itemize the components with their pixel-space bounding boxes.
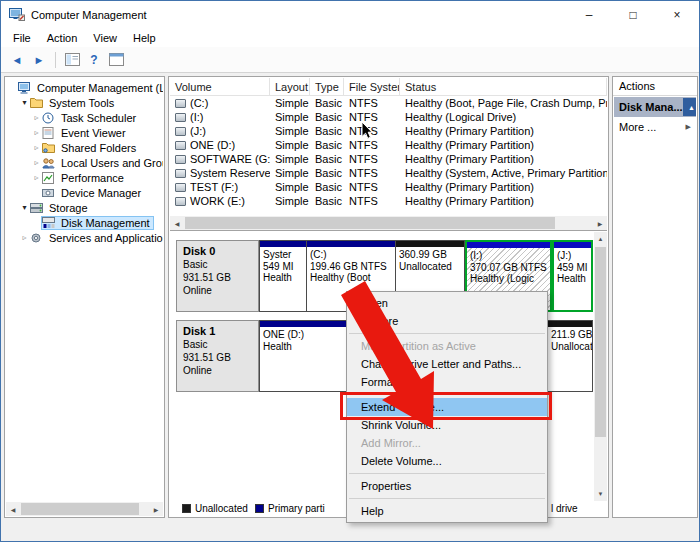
scroll-left-icon[interactable]: ◀: [6, 502, 20, 516]
column-header-type[interactable]: Type: [310, 78, 344, 95]
partition-system-reserved[interactable]: Syster 549 MI Health: [259, 240, 307, 312]
toolbar-separator: [55, 52, 56, 68]
menu-item-delete-volume[interactable]: Delete Volume...: [347, 452, 547, 470]
tree-item-label: Event Viewer: [58, 127, 129, 139]
volume-row[interactable]: (J:) Simple Basic NTFS Healthy (Primary …: [170, 124, 607, 138]
column-header-volume[interactable]: Volume: [170, 78, 270, 95]
actions-more-item[interactable]: More ... ▶: [614, 118, 696, 136]
users-icon: [42, 157, 58, 169]
volume-row[interactable]: WORK (E:) Simple Basic NTFS Healthy (Pri…: [170, 194, 607, 208]
tree-item-event-viewer[interactable]: ▹ Event Viewer: [7, 125, 163, 140]
tree-horizontal-scrollbar: ◀ ▶: [6, 502, 163, 516]
tree-item-local-users-and-groups[interactable]: ▹ Local Users and Groups: [7, 155, 163, 170]
menu-item-extend-volume[interactable]: Extend Volume...: [347, 398, 547, 416]
scroll-left-icon[interactable]: ◀: [170, 216, 184, 230]
scroll-right-icon[interactable]: ▶: [149, 502, 163, 516]
tree-item-device-manager[interactable]: Device Manager: [7, 185, 163, 200]
disk-view-vertical-scrollbar: ▲ ▼: [594, 232, 607, 501]
volume-status: Healthy (Primary Partition): [400, 125, 607, 137]
maximize-icon[interactable]: □: [611, 1, 655, 28]
menu-item-change-drive-letter[interactable]: Change Drive Letter and Paths...: [347, 355, 547, 373]
menu-separator: [349, 394, 545, 395]
column-header-status[interactable]: Status: [400, 78, 607, 95]
tree-item-shared-folders[interactable]: ▹ Shared Folders: [7, 140, 163, 155]
column-header-layout[interactable]: Layout: [270, 78, 310, 95]
tree-item-label: Task Scheduler: [58, 112, 139, 124]
menu-view[interactable]: View: [85, 30, 125, 46]
volume-drive-icon: [175, 169, 186, 178]
show-hide-tree-icon[interactable]: [63, 51, 81, 69]
volume-layout: Simple: [270, 111, 310, 123]
volume-layout: Simple: [270, 139, 310, 151]
volume-status: Healthy (Primary Partition): [400, 195, 607, 207]
partition-one-d[interactable]: ONE (D:) Health: [259, 320, 347, 392]
chevron-collapsed-icon[interactable]: ▹: [31, 173, 42, 182]
volume-status: Healthy (Logical Drive): [400, 111, 607, 123]
menu-item-explore[interactable]: Explore: [347, 312, 547, 330]
disk-1-label[interactable]: Disk 1 Basic 931.51 GB Online: [176, 320, 259, 392]
scrollbar-thumb[interactable]: [595, 247, 606, 437]
primary-partition-legend-swatch: [255, 504, 264, 513]
volume-row[interactable]: TEST (F:) Simple Basic NTFS Healthy (Pri…: [170, 180, 607, 194]
tree-item-label: Disk Management: [58, 217, 153, 229]
actions-section-disk-management[interactable]: Disk Mana... ▲: [614, 97, 696, 117]
scrollbar-thumb[interactable]: [185, 217, 555, 229]
volume-type: Basic: [310, 97, 344, 109]
volume-name: (I:): [190, 111, 203, 123]
chevron-collapsed-icon[interactable]: ▹: [31, 128, 42, 137]
close-icon[interactable]: ×: [655, 1, 699, 28]
menu-action[interactable]: Action: [39, 30, 86, 46]
volume-row[interactable]: ONE (D:) Simple Basic NTFS Healthy (Prim…: [170, 138, 607, 152]
volume-type: Basic: [310, 125, 344, 137]
tree-item-performance[interactable]: ▹ Performance: [7, 170, 163, 185]
menu-item-shrink-volume[interactable]: Shrink Volume...: [347, 416, 547, 434]
tree-item-storage[interactable]: ▾ Storage: [7, 200, 163, 215]
chevron-collapsed-icon[interactable]: ▹: [31, 143, 42, 152]
volume-row[interactable]: (I:) Simple Basic NTFS Healthy (Logical …: [170, 110, 607, 124]
forward-icon[interactable]: ►: [30, 51, 48, 69]
chevron-collapsed-icon[interactable]: ▹: [31, 113, 42, 122]
scroll-down-icon[interactable]: ▼: [594, 487, 607, 501]
menu-item-format[interactable]: Format...: [347, 373, 547, 391]
menu-item-properties[interactable]: Properties: [347, 477, 547, 495]
column-header-file-system[interactable]: File System: [344, 78, 400, 95]
tree-item-services-and-applications[interactable]: ▹ Services and Applications: [7, 230, 163, 245]
menu-separator: [349, 498, 545, 499]
chevron-collapsed-icon[interactable]: ▹: [31, 158, 42, 167]
menu-item-help[interactable]: Help: [347, 502, 547, 520]
collapse-section-icon[interactable]: ▲: [683, 98, 696, 116]
scroll-up-icon[interactable]: ▲: [594, 232, 607, 246]
menu-help[interactable]: Help: [125, 30, 164, 46]
scrollbar-thumb[interactable]: [21, 503, 139, 515]
partition-unallocated-disk1[interactable]: 211.9 GB Unallocate: [547, 320, 593, 392]
partition-context-menu: Open Explore Mark Partition as Active Ch…: [346, 291, 548, 523]
volume-row[interactable]: System Reserved Simple Basic NTFS Health…: [170, 166, 607, 180]
disk-0-label[interactable]: Disk 0 Basic 931.51 GB Online: [176, 240, 259, 312]
menu-file[interactable]: File: [5, 30, 39, 46]
tree-item-disk-management[interactable]: Disk Management: [7, 215, 163, 230]
more-actions-label: More ...: [619, 121, 656, 133]
scroll-right-icon[interactable]: ▶: [593, 216, 607, 230]
chevron-right-icon: ▶: [686, 123, 691, 131]
tree-item-system-tools[interactable]: ▾ System Tools: [7, 95, 163, 110]
console-window-icon[interactable]: [107, 51, 125, 69]
volume-drive-icon: [175, 113, 186, 122]
tree-item-computer-management[interactable]: Computer Management (Local: [7, 80, 163, 95]
volume-layout: Simple: [270, 195, 310, 207]
back-icon[interactable]: ◄: [8, 51, 26, 69]
menu-item-open[interactable]: Open: [347, 294, 547, 312]
volume-status: Healthy (Boot, Page File, Crash Dump, Pr…: [400, 97, 607, 109]
tree-item-label: Performance: [58, 172, 127, 184]
volume-name: TEST (F:): [190, 181, 238, 193]
partition-j[interactable]: (J:) 459 MI Health: [552, 240, 593, 312]
volume-row[interactable]: SOFTWARE (G:) Simple Basic NTFS Healthy …: [170, 152, 607, 166]
chevron-collapsed-icon[interactable]: ▹: [19, 233, 30, 242]
volume-row[interactable]: (C:) Simple Basic NTFS Healthy (Boot, Pa…: [170, 96, 607, 110]
chevron-expanded-icon[interactable]: ▾: [19, 203, 30, 212]
chevron-expanded-icon[interactable]: ▾: [19, 98, 30, 107]
volume-name: SOFTWARE (G:): [190, 153, 270, 165]
tree-item-task-scheduler[interactable]: ▹ Task Scheduler: [7, 110, 163, 125]
help-icon[interactable]: ?: [85, 51, 103, 69]
volume-fs: NTFS: [344, 139, 400, 151]
minimize-icon[interactable]: –: [567, 1, 611, 28]
